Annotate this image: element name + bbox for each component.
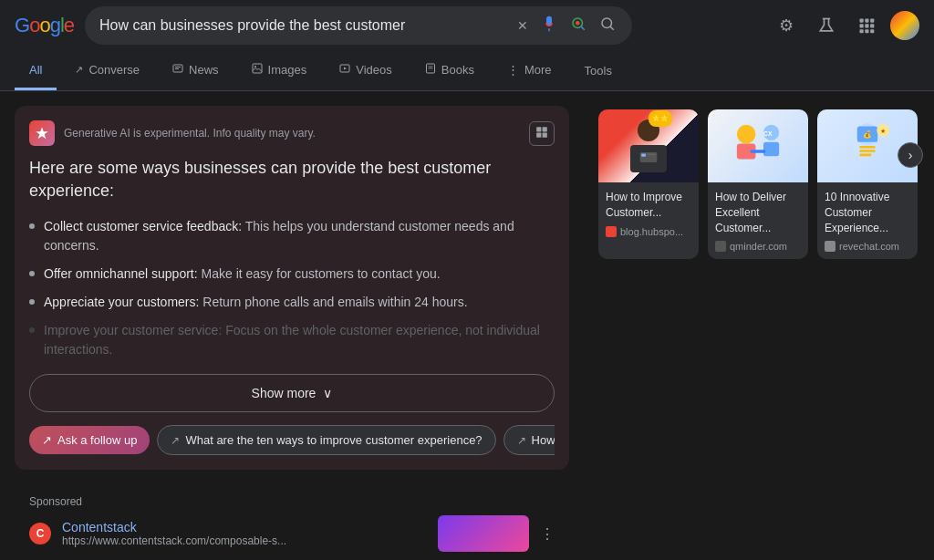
bullet-item-3: Appreciate your customers: Return phone … xyxy=(29,293,555,312)
svg-line-3 xyxy=(581,26,585,30)
svg-text:★: ★ xyxy=(880,128,886,134)
chip-question-2[interactable]: ↗ How do you provide 5 star customer ser… xyxy=(503,425,555,455)
voice-search-button[interactable] xyxy=(539,14,559,37)
card-2[interactable]: CX How to Deliver Excellent Customer... … xyxy=(708,109,808,259)
ai-header: Generative AI is experimental. Info qual… xyxy=(29,120,555,146)
settings-button[interactable]: ⚙ xyxy=(770,9,803,42)
lens-search-button[interactable] xyxy=(568,14,588,37)
sponsored-label: Sponsored xyxy=(29,495,555,508)
sponsored-item: C Contentstack https://www.contentstack.… xyxy=(29,515,555,552)
bullet-label-4: Improve your customer service: xyxy=(44,323,222,337)
tab-videos[interactable]: Videos xyxy=(325,51,407,90)
ask-followup-icon: ↗ xyxy=(42,433,52,447)
tab-books[interactable]: Books xyxy=(410,51,489,90)
ai-answer-box: Generative AI is experimental. Info qual… xyxy=(15,106,569,470)
card-body-2: How to Deliver Excellent Customer... qmi… xyxy=(708,182,808,259)
left-panel: Generative AI is experimental. Info qual… xyxy=(0,91,584,560)
svg-rect-13 xyxy=(860,29,864,33)
svg-rect-12 xyxy=(870,24,874,27)
header: Google ✕ ⚙ xyxy=(0,0,934,51)
news-icon xyxy=(172,63,183,76)
svg-rect-26 xyxy=(536,127,541,131)
svg-rect-9 xyxy=(870,19,874,23)
tab-all[interactable]: All xyxy=(15,51,57,90)
lab-button[interactable] xyxy=(810,9,843,42)
sponsored-info: Contentstack https://www.contentstack.co… xyxy=(62,520,427,547)
bullet-text-3: Appreciate your customers: Return phone … xyxy=(44,293,468,312)
tab-all-label: All xyxy=(29,63,42,77)
cards-next-button[interactable]: › xyxy=(898,142,923,168)
svg-rect-42 xyxy=(859,146,875,149)
svg-point-20 xyxy=(254,66,256,67)
books-icon xyxy=(425,63,436,77)
svg-rect-19 xyxy=(253,64,262,73)
search-bar: ✕ xyxy=(85,6,632,45)
tab-converse[interactable]: ↗ Converse xyxy=(60,51,154,90)
sponsored-more-button[interactable]: ⋮ xyxy=(540,525,555,543)
svg-text:CX: CX xyxy=(763,130,773,137)
tab-books-label: Books xyxy=(441,63,474,77)
ask-followup-button[interactable]: ↗ Ask a follow up xyxy=(29,426,150,454)
user-avatar[interactable] xyxy=(890,11,919,40)
ai-bullets-list: Collect customer service feedback: This … xyxy=(29,217,555,359)
svg-rect-14 xyxy=(865,29,868,33)
followup-chips: ↗ Ask a follow up ↗ What are the ten way… xyxy=(29,425,555,455)
bullet-item-2: Offer omnichannel support: Make it easy … xyxy=(29,264,555,284)
card-1[interactable]: ⭐⭐ How to Improve Customer... blog.hubsp… xyxy=(598,109,699,259)
card-source-3: revechat.com xyxy=(825,241,910,252)
ai-view-toggle-button[interactable] xyxy=(529,121,555,146)
bullet-item-1: Collect customer service feedback: This … xyxy=(29,217,555,255)
ask-followup-label: Ask a follow up xyxy=(57,433,137,447)
card-source-text-1: blog.hubspo... xyxy=(620,226,683,237)
bullet-text-4: Improve your customer service: Focus on … xyxy=(44,321,555,359)
header-icons: ⚙ xyxy=(770,9,919,42)
google-logo[interactable]: Google xyxy=(15,14,74,37)
svg-rect-29 xyxy=(543,132,547,137)
show-more-chevron-icon: ∨ xyxy=(323,386,332,400)
sponsored-title[interactable]: Contentstack xyxy=(62,520,427,534)
tab-images[interactable]: Images xyxy=(237,51,322,90)
sponsored-url: https://www.contentstack.com/composable-… xyxy=(62,534,427,547)
ai-answer-title: Here are some ways businesses can provid… xyxy=(29,157,555,202)
tab-videos-label: Videos xyxy=(356,63,392,77)
chip-text-1: What are the ten ways to improve custome… xyxy=(185,433,482,447)
svg-rect-32 xyxy=(647,154,655,156)
search-input[interactable] xyxy=(99,17,506,34)
svg-line-5 xyxy=(610,26,614,30)
tab-tools[interactable]: Tools xyxy=(577,64,619,78)
article-cards: ⭐⭐ How to Improve Customer... blog.hubsp… xyxy=(598,106,916,259)
tab-more[interactable]: ⋮ More xyxy=(493,51,566,90)
svg-rect-7 xyxy=(860,19,864,23)
svg-rect-10 xyxy=(860,24,864,27)
card-body-1: How to Improve Customer... blog.hubspo..… xyxy=(598,182,699,244)
search-submit-button[interactable] xyxy=(597,14,617,37)
svg-rect-38 xyxy=(750,150,765,152)
card-favicon-2 xyxy=(715,241,726,252)
bullet-text-1: Collect customer service feedback: This … xyxy=(44,217,555,255)
card-favicon-1 xyxy=(606,226,617,237)
bullet-label-2: Offer omnichannel support: xyxy=(44,266,198,281)
tab-news[interactable]: News xyxy=(158,51,234,90)
card-image-2: CX xyxy=(708,109,808,182)
bullet-label-3: Appreciate your customers: xyxy=(44,295,199,309)
show-more-label: Show more xyxy=(252,386,317,400)
card-title-1: How to Improve Customer... xyxy=(606,190,691,221)
svg-rect-44 xyxy=(859,154,871,157)
ai-header-left: Generative AI is experimental. Info qual… xyxy=(29,120,316,146)
bullet-label-1: Collect customer service feedback: xyxy=(44,219,242,233)
card-source-2: qminder.com xyxy=(715,241,801,252)
card-title-2: How to Deliver Excellent Customer... xyxy=(715,190,801,235)
search-clear-button[interactable]: ✕ xyxy=(515,16,530,35)
ai-disclaimer: Generative AI is experimental. Info qual… xyxy=(64,127,316,140)
bullet-dot-3 xyxy=(29,299,35,305)
images-icon xyxy=(252,63,263,77)
converse-icon: ↗ xyxy=(75,64,83,76)
ai-sparkle-icon xyxy=(29,120,55,146)
chip-text-2: How do you provide 5 star customer servi… xyxy=(532,433,555,447)
sponsored-section: Sponsored C Contentstack https://www.con… xyxy=(15,484,569,560)
show-more-button[interactable]: Show more ∨ xyxy=(29,374,555,412)
svg-rect-43 xyxy=(859,150,875,152)
card-3[interactable]: 💰 ★ 10 Innovative Customer Experience...… xyxy=(817,109,918,259)
chip-question-1[interactable]: ↗ What are the ten ways to improve custo… xyxy=(157,425,495,455)
apps-grid-button[interactable] xyxy=(850,9,883,42)
